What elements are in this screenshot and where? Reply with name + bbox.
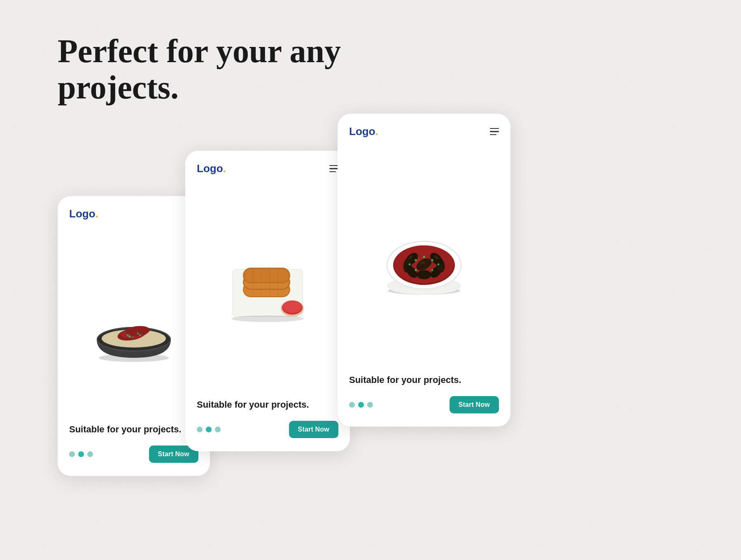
- card-2-logo: Logo.: [197, 162, 226, 175]
- heading-line1: Perfect for your any: [58, 33, 341, 69]
- svg-point-12: [132, 336, 134, 338]
- card-1-footer: Start Now: [69, 446, 198, 463]
- card-2-title: Suitable for your projects.: [197, 399, 338, 411]
- plate-food-svg: [377, 216, 471, 298]
- card-3-menu-icon[interactable]: [490, 128, 499, 135]
- card-1-logo: Logo.: [69, 208, 98, 220]
- svg-point-53: [415, 259, 417, 261]
- svg-point-58: [415, 269, 417, 271]
- card-2-menu-icon[interactable]: [329, 165, 338, 173]
- card-3-food-image: [349, 146, 499, 368]
- svg-point-35: [283, 301, 302, 313]
- cards-container: Logo.: [58, 138, 683, 476]
- card-2-food-image: [197, 183, 338, 392]
- card-1-header: Logo.: [69, 208, 198, 220]
- svg-point-55: [423, 256, 425, 258]
- card-1-dot-3: [87, 451, 93, 457]
- svg-point-11: [139, 334, 141, 336]
- card-3-title: Suitable for your projects.: [349, 374, 499, 386]
- card-3-dot-3: [367, 402, 373, 408]
- card-2-dot-2: [206, 427, 212, 432]
- svg-point-59: [431, 269, 433, 271]
- card-3-start-button[interactable]: Start Now: [450, 396, 499, 413]
- card-3-footer: Start Now: [349, 396, 499, 413]
- phone-card-2: Logo.: [185, 151, 350, 451]
- card-3-header: Logo.: [349, 125, 499, 138]
- svg-point-46: [417, 270, 431, 279]
- heading-line2: projects.: [58, 69, 179, 105]
- card-3-dots: [349, 402, 373, 408]
- card-2-dots: [197, 427, 221, 432]
- svg-point-9: [129, 336, 131, 338]
- card-1-dot-1: [69, 451, 75, 457]
- card-1-title: Suitable for your projects.: [69, 424, 198, 436]
- card-1-food-image: [69, 229, 198, 417]
- card-2-footer: Start Now: [197, 421, 338, 438]
- bowl-svg: [89, 282, 179, 364]
- page-heading: Perfect for your any projects.: [58, 33, 346, 105]
- card-1-dots: [69, 451, 93, 457]
- card-2-dot-1: [197, 427, 203, 432]
- svg-point-10: [137, 333, 139, 335]
- svg-point-57: [438, 264, 440, 266]
- card-3-logo: Logo.: [349, 125, 378, 138]
- svg-point-54: [431, 259, 433, 261]
- spring-rolls-svg: [220, 245, 315, 331]
- card-2-dot-3: [215, 427, 221, 432]
- card-2-header: Logo.: [197, 162, 338, 175]
- phone-card-3: Logo.: [338, 114, 510, 427]
- svg-point-8: [126, 334, 129, 336]
- card-1-dot-2: [78, 451, 84, 457]
- page-wrapper: Perfect for your any projects. Logo.: [0, 0, 741, 560]
- svg-point-56: [409, 264, 411, 266]
- card-3-dot-2: [358, 402, 364, 408]
- svg-point-52: [420, 261, 425, 264]
- svg-rect-28: [244, 269, 289, 282]
- card-3-dot-1: [349, 402, 355, 408]
- card-2-start-button[interactable]: Start Now: [289, 421, 338, 438]
